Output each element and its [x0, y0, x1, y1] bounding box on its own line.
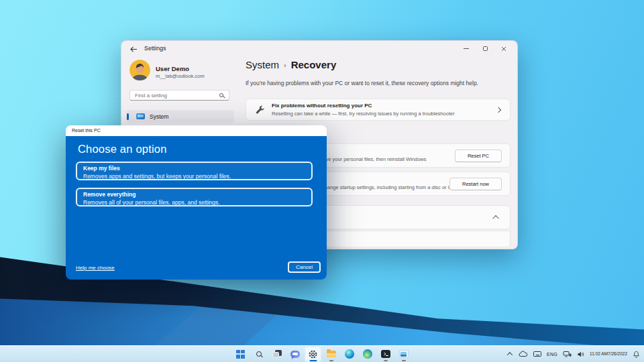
task-view-icon [272, 350, 282, 358]
desktop: Settings User Demo m__lab@outlook.co [0, 0, 644, 362]
search-input[interactable] [130, 91, 219, 99]
back-button[interactable] [128, 44, 139, 54]
start-button[interactable] [232, 347, 249, 362]
photos-button[interactable] [395, 347, 412, 362]
option-description: Removes all of your personal files, apps… [83, 199, 311, 206]
clock[interactable]: 11:02 AM 7/26/2022 [588, 347, 629, 361]
fix-problems-card[interactable]: Fix problems without resetting your PC R… [246, 99, 511, 121]
taskbar: ENG 11:02 AM 7/26/2022 [0, 345, 644, 362]
keyboard-icon [533, 351, 541, 357]
photos-icon [399, 350, 409, 358]
start-icon [236, 350, 245, 359]
card-subtitle: Resetting can take a while — first, try … [272, 111, 496, 117]
dialog-titlebar: Reset this PC [66, 125, 327, 136]
breadcrumb-parent[interactable]: System [246, 59, 279, 70]
edge-beta-button[interactable] [359, 347, 376, 362]
card-title: Fix problems without resetting your PC [272, 103, 496, 109]
open-indicator [329, 360, 333, 361]
option-description: Removes apps and settings, but keeps you… [83, 173, 311, 180]
open-indicator [402, 360, 406, 361]
breadcrumb-current: Recovery [291, 59, 337, 70]
system-tray: ENG 11:02 AM 7/26/2022 [504, 346, 641, 362]
notifications-button[interactable] [631, 347, 641, 361]
terminal-icon [381, 350, 390, 358]
volume-button[interactable] [576, 347, 586, 361]
gear-icon [308, 349, 318, 359]
cloud-icon [519, 351, 528, 357]
edge-beta-icon [363, 349, 372, 359]
terminal-button[interactable] [377, 347, 394, 362]
chat-icon [290, 351, 300, 358]
touch-keyboard-button[interactable] [532, 347, 543, 361]
file-explorer-button[interactable] [323, 347, 339, 362]
taskbar-pinned-icons [232, 346, 412, 362]
language-button[interactable]: ENG [545, 347, 559, 361]
option-title: Keep my files [83, 165, 311, 172]
dialog-heading: Choose an option [78, 143, 167, 156]
user-name: User Demo [156, 65, 189, 72]
taskbar-search-button[interactable] [250, 347, 267, 362]
speaker-icon [577, 351, 584, 358]
wrench-icon [255, 105, 265, 115]
selected-accent-bar [127, 113, 129, 120]
chevron-up-icon [506, 352, 512, 357]
option-keep-my-files[interactable]: Keep my files Removes apps and settings,… [76, 162, 313, 180]
cancel-button[interactable]: Cancel [288, 261, 321, 273]
option-remove-everything[interactable]: Remove everything Removes all of your pe… [76, 188, 313, 206]
search-icon [219, 93, 223, 97]
sidebar-item-system[interactable]: System [127, 110, 234, 123]
breadcrumb: System › Recovery [246, 59, 336, 70]
chevron-right-icon [496, 107, 501, 112]
option-title: Remove everything [83, 191, 311, 198]
open-indicator [384, 360, 388, 361]
task-view-button[interactable] [268, 347, 285, 362]
bell-icon [633, 351, 640, 358]
settings-search-box[interactable] [129, 90, 229, 101]
file-explorer-icon [327, 351, 336, 357]
dialog-body: Choose an option Keep my files Removes a… [66, 136, 327, 280]
chat-button[interactable] [286, 347, 303, 362]
reset-dialog: Reset this PC Choose an option Keep my f… [66, 125, 327, 280]
avatar[interactable] [129, 60, 150, 80]
sidebar-item-label: System [150, 113, 168, 120]
active-indicator [309, 360, 317, 361]
help-me-choose-link[interactable]: Help me choose [76, 265, 115, 271]
settings-taskbar-button[interactable] [305, 347, 321, 362]
system-icon [136, 113, 145, 119]
language-label: ENG [547, 352, 557, 357]
user-email: m__lab@outlook.com [156, 73, 205, 79]
window-title: Settings [144, 45, 166, 52]
onedrive-button[interactable] [517, 347, 529, 361]
tray-time: 11:02 AM [590, 351, 608, 357]
back-arrow-icon [130, 46, 138, 52]
search-icon [256, 351, 262, 357]
breadcrumb-separator-icon: › [284, 61, 286, 69]
chevron-up-icon [492, 215, 499, 221]
network-button[interactable] [561, 347, 573, 361]
reset-pc-button[interactable]: Reset PC [455, 149, 502, 162]
user-avatar-image [129, 60, 150, 80]
tray-date: 7/26/2022 [608, 351, 627, 357]
edge-button[interactable] [341, 347, 358, 362]
dialog-title: Reset this PC [72, 128, 101, 133]
restart-now-button[interactable]: Restart now [449, 178, 502, 190]
edge-icon [345, 349, 354, 359]
hidden-icons-button[interactable] [504, 347, 515, 361]
network-icon [563, 351, 572, 358]
page-description: If you're having problems with your PC o… [246, 80, 508, 86]
